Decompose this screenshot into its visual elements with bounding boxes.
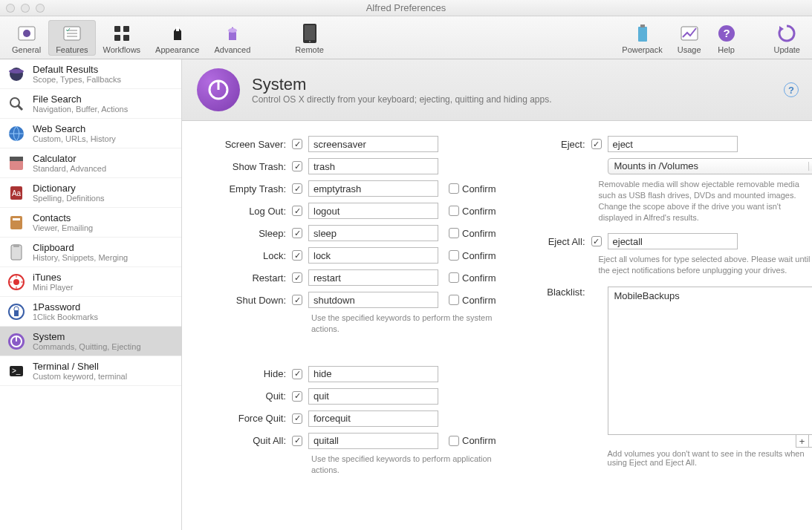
app-checkbox-1[interactable] xyxy=(292,391,302,402)
system-actions-hint: Use the specified keywords to perform th… xyxy=(311,313,496,335)
sys-checkbox-2[interactable] xyxy=(292,183,302,194)
remote-icon xyxy=(299,23,320,44)
toolbar-workflows[interactable]: Workflows xyxy=(96,20,149,56)
mounts-select[interactable]: Mounts in /Volumes ▲▼ xyxy=(608,158,812,174)
blacklist-row: Blacklist: MobileBackups + − Add volumes… xyxy=(541,287,812,467)
app-checkbox-3[interactable] xyxy=(292,436,302,446)
sys-checkbox-1[interactable] xyxy=(292,161,302,171)
sys-confirm-checkbox-4[interactable] xyxy=(449,228,459,238)
sys-confirm-checkbox-5[interactable] xyxy=(449,250,459,261)
sidebar-item-dictionary[interactable]: AaDictionarySpelling, Definitions xyxy=(0,178,181,208)
left-column: Screen Saver:Show Trash:Empty Trash:Conf… xyxy=(204,136,496,484)
app-label-1: Quit: xyxy=(204,390,286,402)
ejectall-input[interactable] xyxy=(608,233,738,249)
toolbar-general[interactable]: General xyxy=(4,20,48,56)
app-input-3[interactable] xyxy=(308,433,438,449)
pane-help-button[interactable]: ? xyxy=(784,82,799,97)
sidebar-item-system[interactable]: SystemCommands, Quitting, Ejecting xyxy=(0,327,181,356)
app-checkbox-0[interactable] xyxy=(292,369,302,379)
svg-rect-7 xyxy=(123,26,129,32)
sidebar-item-clipboard[interactable]: ClipboardHistory, Snippets, Merging xyxy=(0,238,181,267)
sys-confirm-label-2: Confirm xyxy=(462,183,496,194)
sidebar-item-file-search[interactable]: File SearchNavigation, Buffer, Actions xyxy=(0,89,181,119)
sys-input-1[interactable] xyxy=(308,158,438,174)
toolbar-help[interactable]: ? Help xyxy=(709,20,744,56)
sidebar-item-itunes[interactable]: iTunesMini Player xyxy=(0,267,181,297)
sidebar-item-sub: Custom keyword, terminal xyxy=(33,372,127,381)
sys-input-3[interactable] xyxy=(308,203,438,219)
sys-input-0[interactable] xyxy=(308,136,438,152)
sys-input-7[interactable] xyxy=(308,292,438,308)
sys-confirm-checkbox-6[interactable] xyxy=(449,272,459,283)
sys-input-5[interactable] xyxy=(308,247,438,264)
sys-checkbox-5[interactable] xyxy=(292,250,302,261)
pane: System Control OS X directly from your k… xyxy=(182,59,812,530)
svg-rect-16 xyxy=(640,24,645,27)
blacklist-hint: Add volumes you don't want to see in the… xyxy=(608,449,808,467)
help-icon: ? xyxy=(716,23,737,44)
toolbar-appearance[interactable]: Appearance xyxy=(148,20,207,56)
right-column: Eject: Mounts in /Volumes ▲▼ Removable m… xyxy=(541,136,812,484)
sidebar-item-contacts[interactable]: ContactsViewer, Emailing xyxy=(0,208,181,238)
svg-rect-30 xyxy=(10,216,22,229)
svg-rect-9 xyxy=(123,35,129,41)
app-confirm-checkbox-3[interactable] xyxy=(449,436,459,446)
sidebar-item-calculator[interactable]: CalculatorStandard, Advanced xyxy=(0,148,181,178)
svg-rect-27 xyxy=(10,157,23,161)
eject-label: Eject: xyxy=(541,139,585,150)
blacklist-label: Blacklist: xyxy=(541,287,585,298)
sidebar-icon xyxy=(7,243,25,261)
app-input-2[interactable] xyxy=(308,410,438,427)
svg-point-35 xyxy=(13,279,19,285)
sidebar-item-terminal-shell[interactable]: >_Terminal / ShellCustom keyword, termin… xyxy=(0,356,181,386)
ejectall-label: Eject All: xyxy=(541,236,585,247)
toolbar-usage[interactable]: Usage xyxy=(670,20,709,56)
svg-rect-15 xyxy=(638,27,647,42)
sys-confirm-checkbox-7[interactable] xyxy=(449,295,459,305)
sidebar-icon xyxy=(7,273,25,291)
sys-checkbox-4[interactable] xyxy=(292,228,302,238)
toolbar-remote[interactable]: Remote xyxy=(288,20,331,56)
blacklist-remove-button[interactable]: − xyxy=(808,434,812,448)
sys-checkbox-6[interactable] xyxy=(292,272,302,283)
toolbar-powerpack[interactable]: Powerpack xyxy=(614,20,669,56)
sidebar-icon xyxy=(7,154,25,172)
blacklist-list[interactable]: MobileBackups xyxy=(608,287,812,435)
sidebar-item-web-search[interactable]: Web SearchCustom, URLs, History xyxy=(0,119,181,148)
sys-input-6[interactable] xyxy=(308,269,438,286)
sys-checkbox-0[interactable] xyxy=(292,139,302,149)
sys-row-0: Screen Saver: xyxy=(204,136,496,152)
eject-input[interactable] xyxy=(608,136,738,152)
sys-row-7: Shut Down:Confirm xyxy=(204,292,496,308)
powerpack-icon xyxy=(632,23,653,44)
svg-point-14 xyxy=(309,41,311,42)
toolbar-features[interactable]: Features xyxy=(48,20,95,56)
sys-checkbox-3[interactable] xyxy=(292,206,302,216)
sys-input-2[interactable] xyxy=(308,180,438,197)
app-input-0[interactable] xyxy=(308,366,438,382)
toolbar-update[interactable]: Update xyxy=(767,20,808,56)
sidebar-item-sub: Viewer, Emailing xyxy=(33,223,93,232)
eject-checkbox[interactable] xyxy=(591,139,602,149)
blacklist-add-button[interactable]: + xyxy=(796,434,809,448)
app-confirm-label-3: Confirm xyxy=(462,435,496,446)
sys-input-4[interactable] xyxy=(308,225,438,241)
sys-row-1: Show Trash: xyxy=(204,158,496,174)
blacklist-item[interactable]: MobileBackups xyxy=(614,290,812,301)
sys-row-3: Log Out:Confirm xyxy=(204,203,496,219)
content: Default ResultsScope, Types, FallbacksFi… xyxy=(0,59,812,530)
ejectall-checkbox[interactable] xyxy=(591,236,602,246)
app-input-1[interactable] xyxy=(308,388,438,405)
sys-checkbox-7[interactable] xyxy=(292,295,302,305)
toolbar-advanced[interactable]: Advanced xyxy=(207,20,258,56)
sys-confirm-checkbox-3[interactable] xyxy=(449,206,459,216)
eject-row: Eject: xyxy=(541,136,812,152)
sidebar-item-default-results[interactable]: Default ResultsScope, Types, Fallbacks xyxy=(0,59,181,89)
sidebar-item-1password[interactable]: 1Password1Click Bookmarks xyxy=(0,297,181,327)
update-icon xyxy=(776,23,797,44)
sidebar-icon xyxy=(7,65,25,83)
sys-confirm-checkbox-2[interactable] xyxy=(449,183,459,194)
sidebar-item-label: iTunes xyxy=(33,272,73,283)
app-checkbox-2[interactable] xyxy=(292,413,302,424)
app-row-1: Quit: xyxy=(204,388,496,405)
